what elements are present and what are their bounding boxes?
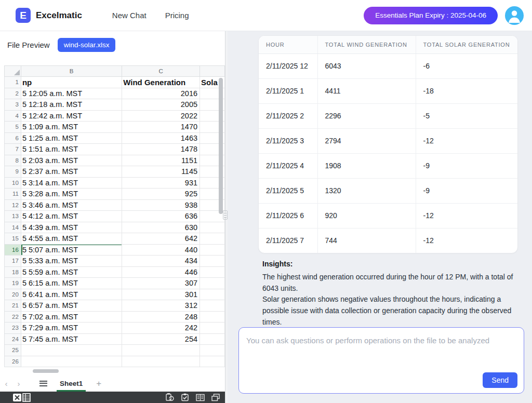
chevron-right-icon[interactable]: › <box>12 379 25 388</box>
cell-d14[interactable] <box>200 222 225 233</box>
cell-c15[interactable]: 642 <box>122 233 200 245</box>
plan-expiry-badge[interactable]: Essentials Plan Expiry : 2025-04-06 <box>364 7 498 24</box>
cell-d26[interactable] <box>200 356 225 367</box>
cell-b25[interactable] <box>21 345 122 356</box>
row-number[interactable]: 11 <box>5 189 21 200</box>
cell-c19[interactable]: 307 <box>122 278 200 289</box>
nav-new-chat[interactable]: New Chat <box>112 11 147 20</box>
cell-b4[interactable]: 5 12:42 a.m. MST <box>21 110 122 122</box>
cell-b8[interactable]: 5 2:03 a.m. MST <box>21 155 122 166</box>
cell-c16[interactable]: 440 <box>122 244 200 256</box>
cell-c26[interactable] <box>122 356 200 367</box>
row-number[interactable]: 17 <box>5 256 21 267</box>
select-all-corner[interactable] <box>5 66 21 77</box>
cell-b24[interactable]: 5 7:45 a.m. MST <box>21 333 122 345</box>
file-tab[interactable]: wind-solar.xlsx <box>58 38 116 52</box>
cell-b10[interactable]: 5 3:14 a.m. MST <box>21 177 122 189</box>
cell-c9[interactable]: 1145 <box>122 166 200 178</box>
row-number[interactable]: 19 <box>5 278 21 289</box>
row-number[interactable]: 5 <box>5 122 21 133</box>
cell-c3[interactable]: 2005 <box>122 99 200 111</box>
cell-c18[interactable]: 446 <box>122 266 200 278</box>
cell-b6[interactable]: 5 1:25 a.m. MST <box>21 132 122 144</box>
cell-c11[interactable]: 925 <box>122 189 200 200</box>
row-number[interactable]: 9 <box>5 166 21 178</box>
cell-d21[interactable] <box>200 300 225 312</box>
cell-b5[interactable]: 5 1:09 a.m. MST <box>21 122 122 133</box>
column-header-c[interactable]: C <box>122 66 200 77</box>
row-number[interactable]: 20 <box>5 289 21 300</box>
cell-b12[interactable]: 5 3:46 a.m. MST <box>21 199 122 211</box>
user-avatar-icon[interactable] <box>505 6 524 25</box>
row-number[interactable]: 8 <box>5 155 21 166</box>
clipboard-check-icon[interactable] <box>181 393 189 401</box>
cell-b26[interactable] <box>21 356 122 367</box>
row-number[interactable]: 25 <box>5 345 21 356</box>
excelmatic-logo-icon[interactable]: E <box>16 8 31 23</box>
cascade-windows-icon[interactable] <box>211 394 220 401</box>
spreadsheet-vertical-scrollbar[interactable] <box>219 78 223 214</box>
cell-b14[interactable]: 5 4:39 a.m. MST <box>21 222 122 233</box>
cell-c21[interactable]: 312 <box>122 300 200 312</box>
cell-b11[interactable]: 5 3:28 a.m. MST <box>21 189 122 200</box>
cell-c6[interactable]: 1463 <box>122 132 200 144</box>
reading-view-icon[interactable] <box>196 394 205 401</box>
cell-d23[interactable] <box>200 323 225 334</box>
cell-b7[interactable]: 5 1:51 a.m. MST <box>21 144 122 155</box>
cell-b1[interactable]: np <box>21 77 122 88</box>
row-number[interactable]: 14 <box>5 222 21 233</box>
cell-b19[interactable]: 5 6:15 a.m. MST <box>21 278 122 289</box>
row-number[interactable]: 12 <box>5 199 21 211</box>
row-number[interactable]: 24 <box>5 333 21 345</box>
cell-b16[interactable]: 5 5:07 a.m. MST <box>21 244 122 256</box>
spreadsheet-grid[interactable]: B C 1npWind GenerationSola25 12:05 a.m. … <box>4 65 225 367</box>
row-number[interactable]: 3 <box>5 99 21 111</box>
cell-c14[interactable]: 630 <box>122 222 200 233</box>
cell-d25[interactable] <box>200 345 225 356</box>
cell-c24[interactable]: 254 <box>122 333 200 345</box>
cell-b15[interactable]: 5 4:55 a.m. MST <box>21 233 122 245</box>
cell-b13[interactable]: 5 4:12 a.m. MST <box>21 211 122 222</box>
chevron-left-icon[interactable]: ‹ <box>0 379 12 388</box>
cell-c12[interactable]: 938 <box>122 199 200 211</box>
cell-c22[interactable]: 248 <box>122 311 200 323</box>
cell-b9[interactable]: 5 2:37 a.m. MST <box>21 166 122 178</box>
cell-c17[interactable]: 434 <box>122 256 200 267</box>
cell-b3[interactable]: 5 12:18 a.m. MST <box>21 99 122 111</box>
cell-b22[interactable]: 5 7:02 a.m. MST <box>21 311 122 323</box>
cell-d24[interactable] <box>200 333 225 345</box>
nav-pricing[interactable]: Pricing <box>165 11 189 20</box>
cell-b18[interactable]: 5 5:59 a.m. MST <box>21 266 122 278</box>
sheet-tab-sheet1[interactable]: Sheet1 <box>60 380 83 387</box>
cell-d22[interactable] <box>200 311 225 323</box>
cell-c1[interactable]: Wind Generation <box>122 77 200 88</box>
cell-c10[interactable]: 931 <box>122 177 200 189</box>
cell-d16[interactable] <box>200 244 225 256</box>
row-number[interactable]: 16 <box>5 244 21 256</box>
cell-b23[interactable]: 5 7:29 a.m. MST <box>21 323 122 334</box>
row-number[interactable]: 23 <box>5 323 21 334</box>
cell-b2[interactable]: 5 12:05 a.m. MST <box>21 88 122 99</box>
cell-c4[interactable]: 2022 <box>122 110 200 122</box>
column-header-b[interactable]: B <box>21 66 122 77</box>
column-header-d[interactable] <box>200 66 225 77</box>
row-number[interactable]: 10 <box>5 177 21 189</box>
send-button[interactable]: Send <box>483 372 517 388</box>
row-number[interactable]: 18 <box>5 266 21 278</box>
cell-b17[interactable]: 5 5:33 a.m. MST <box>21 256 122 267</box>
cell-c8[interactable]: 1151 <box>122 155 200 166</box>
cell-c7[interactable]: 1478 <box>122 144 200 155</box>
row-number[interactable]: 15 <box>5 233 21 245</box>
row-number[interactable]: 4 <box>5 110 21 122</box>
row-number[interactable]: 22 <box>5 311 21 323</box>
cell-d19[interactable] <box>200 278 225 289</box>
cell-c23[interactable]: 242 <box>122 323 200 334</box>
row-number[interactable]: 6 <box>5 132 21 144</box>
cell-c2[interactable]: 2016 <box>122 88 200 99</box>
divider-resize-handle[interactable] <box>223 210 228 220</box>
add-sheet-icon[interactable]: + <box>96 379 101 389</box>
row-number[interactable]: 1 <box>5 77 21 88</box>
cell-d18[interactable] <box>200 266 225 278</box>
row-number[interactable]: 2 <box>5 88 21 99</box>
cell-b20[interactable]: 5 6:41 a.m. MST <box>21 289 122 300</box>
